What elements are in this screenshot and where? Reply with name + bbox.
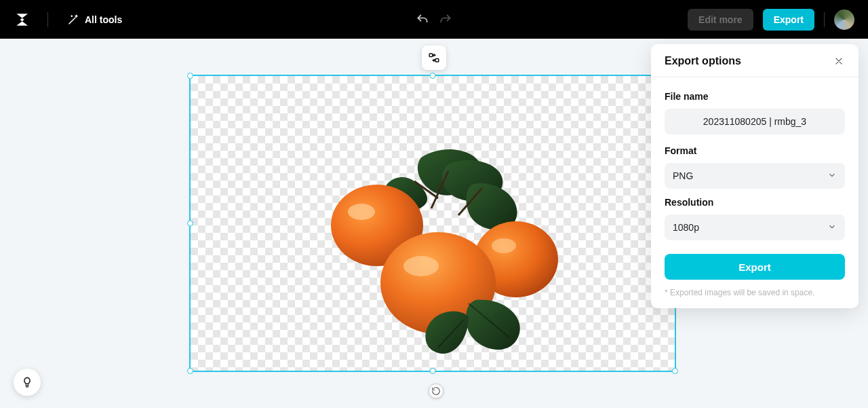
rotate-handle[interactable] [429, 384, 443, 398]
all-tools-button[interactable]: All tools [60, 10, 129, 30]
image-subject [313, 144, 570, 361]
chevron-down-icon [827, 170, 837, 182]
app-logo-icon[interactable] [14, 10, 33, 29]
magic-wand-icon [67, 14, 79, 26]
panel-body: File name Format PNG Resolution 1080p Ex… [651, 77, 859, 300]
chevron-down-icon [827, 222, 837, 234]
svg-point-10 [492, 238, 516, 253]
header-right: Edit more Export [688, 9, 854, 31]
selection-handle[interactable] [430, 73, 436, 79]
workspace: Export options File name Format PNG Reso… [0, 39, 868, 408]
canvas[interactable] [189, 75, 676, 372]
compare-icon [428, 52, 440, 64]
edit-more-button[interactable]: Edit more [688, 9, 753, 31]
header-left: All tools [14, 10, 129, 30]
help-button[interactable] [14, 369, 41, 396]
resolution-value: 1080p [673, 222, 699, 233]
format-select[interactable]: PNG [665, 163, 845, 189]
selection-handle[interactable] [430, 368, 436, 374]
format-value: PNG [673, 170, 693, 181]
export-button[interactable]: Export [763, 9, 814, 31]
panel-export-button[interactable]: Export [665, 254, 845, 280]
selection-handle[interactable] [187, 368, 193, 374]
app-header: All tools Edit more Export [0, 0, 868, 39]
svg-point-9 [403, 256, 439, 276]
svg-rect-0 [429, 54, 433, 57]
export-options-panel: Export options File name Format PNG Reso… [651, 44, 859, 308]
selection-handle[interactable] [187, 73, 193, 79]
avatar[interactable] [834, 10, 854, 30]
panel-header: Export options [651, 44, 859, 77]
divider [47, 12, 48, 27]
compare-toggle-button[interactable] [422, 45, 446, 70]
format-label: Format [665, 145, 845, 156]
panel-title: Export options [665, 55, 741, 67]
header-center [416, 13, 452, 26]
lightbulb-icon [21, 376, 33, 388]
svg-point-8 [348, 204, 375, 220]
panel-note: * Exported images will be saved in space… [665, 288, 845, 297]
divider [824, 12, 825, 27]
resolution-label: Resolution [665, 197, 845, 208]
selection-handle[interactable] [672, 368, 678, 374]
close-panel-button[interactable] [833, 55, 845, 67]
svg-rect-1 [435, 59, 439, 62]
file-name-input[interactable] [665, 109, 845, 134]
resolution-select[interactable]: 1080p [665, 215, 845, 240]
redo-button[interactable] [439, 13, 452, 26]
selection-handle[interactable] [187, 221, 193, 227]
undo-button[interactable] [416, 13, 429, 26]
all-tools-label: All tools [85, 14, 122, 25]
file-name-label: File name [665, 91, 845, 102]
close-icon [834, 56, 844, 66]
rotate-icon [431, 386, 441, 396]
